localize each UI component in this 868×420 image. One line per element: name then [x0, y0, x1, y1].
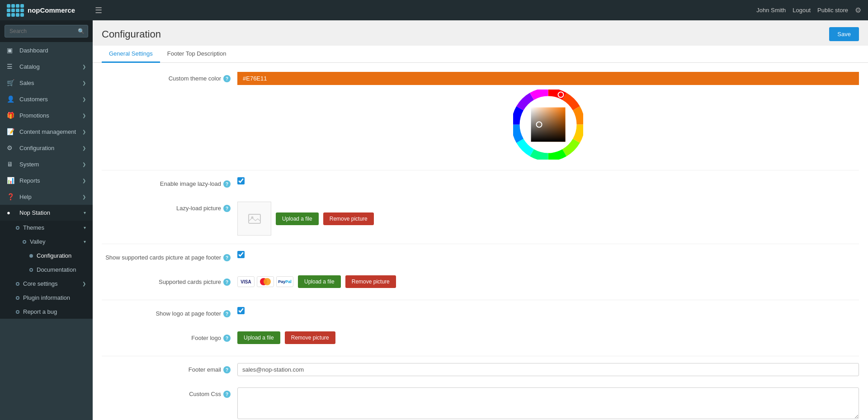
search-icon: 🔍 — [78, 28, 85, 34]
custom-css-textarea[interactable] — [237, 387, 859, 419]
remove-picture-button-lazy[interactable]: Remove picture — [323, 212, 374, 225]
page-header: Configuration Save — [93, 20, 868, 46]
sidebar-item-label: System — [19, 161, 39, 168]
color-input[interactable] — [237, 72, 859, 85]
dot-icon — [16, 226, 19, 230]
show-logo-footer-checkbox[interactable] — [237, 307, 245, 314]
logo-dot — [7, 9, 10, 12]
configuration-icon: ⚙ — [7, 144, 16, 151]
chevron-down-icon: ▾ — [84, 210, 86, 215]
supported-cards-picture-field: VISA PayPal Upload a file Remove picture — [237, 275, 859, 288]
sidebar-core-settings-label: Core settings — [23, 280, 58, 287]
help-icon-lazy-load-pic[interactable]: ? — [223, 205, 231, 212]
divider — [102, 300, 859, 300]
sidebar-item-label: Promotions — [19, 112, 49, 119]
remove-picture-button-cards[interactable]: Remove picture — [345, 275, 396, 288]
show-logo-footer-field — [237, 307, 859, 314]
footer-email-label: Footer email ? — [102, 363, 237, 373]
help-icon-footer-email[interactable]: ? — [223, 366, 231, 373]
custom-css-row: Custom Css ? — [102, 387, 859, 419]
upload-file-button-cards[interactable]: Upload a file — [298, 275, 341, 288]
tab-general-settings[interactable]: General Settings — [102, 46, 160, 63]
upload-file-button-footer-logo[interactable]: Upload a file — [237, 331, 280, 344]
custom-theme-color-field — [237, 72, 859, 162]
sidebar-item-themes[interactable]: Themes ▾ — [0, 221, 93, 235]
show-supported-cards-row: Show supported cards picture at page foo… — [102, 251, 859, 267]
help-icon-supported-cards[interactable]: ? — [223, 254, 231, 261]
sidebar-item-configuration[interactable]: ⚙ Configuration ❯ — [0, 140, 93, 156]
help-icon-logo-footer[interactable]: ? — [223, 310, 231, 317]
sidebar-item-help[interactable]: ❓ Help ❯ — [0, 189, 93, 205]
logo-dot — [20, 9, 24, 12]
logo-dot — [11, 9, 15, 12]
sidebar-item-report-bug[interactable]: Report a bug — [0, 305, 93, 319]
sidebar-item-configuration-sub[interactable]: Configuration — [0, 249, 93, 263]
footer-email-field — [237, 363, 859, 376]
supported-cards-picture-row: Supported cards picture ? VISA PayPal — [102, 275, 859, 292]
sidebar-item-reports[interactable]: 📊 Reports ❯ — [0, 172, 93, 189]
logo-dot — [16, 4, 19, 8]
logo-dot — [7, 4, 10, 8]
sidebar-item-label: Catalog — [19, 63, 40, 70]
promotions-icon: 🎁 — [7, 112, 16, 119]
remove-picture-button-footer-logo[interactable]: Remove picture — [285, 331, 335, 344]
help-icon-lazy-load[interactable]: ? — [223, 180, 231, 188]
page-title: Configuration — [102, 28, 161, 40]
sidebar-item-content-management[interactable]: 📝 Content management ❯ — [0, 123, 93, 140]
logo-dot — [16, 13, 19, 17]
hamburger-icon[interactable]: ☰ — [90, 3, 107, 18]
content-area: Configuration Save General Settings Foot… — [93, 20, 868, 420]
brand-name: nopCommerce — [28, 6, 75, 14]
sidebar-item-valley[interactable]: Valley ▾ — [0, 235, 93, 249]
sidebar-item-system[interactable]: 🖥 System ❯ — [0, 156, 93, 172]
sidebar-item-customers[interactable]: 👤 Customers ❯ — [0, 91, 93, 107]
show-logo-footer-row: Show logo at page footer ? — [102, 307, 859, 323]
divider — [102, 170, 859, 170]
sidebar-item-plugin-information[interactable]: Plugin information — [0, 291, 93, 305]
settings-icon[interactable]: ⚙ — [855, 6, 861, 14]
upload-file-button-lazy[interactable]: Upload a file — [276, 212, 319, 225]
help-icon-theme-color[interactable]: ? — [223, 75, 231, 82]
sidebar-item-core-settings[interactable]: Core settings ❯ — [0, 277, 93, 291]
sidebar-nop-station-label: Nop Station — [19, 209, 50, 216]
search-input[interactable] — [5, 25, 88, 38]
sidebar-item-label: Sales — [19, 80, 34, 86]
logout-link[interactable]: Logout — [793, 7, 811, 14]
sidebar-item-documentation[interactable]: Documentation — [0, 263, 93, 277]
help-icon-footer-logo[interactable]: ? — [223, 335, 231, 342]
help-icon-custom-css[interactable]: ? — [223, 391, 231, 398]
sidebar-configuration-sub-label: Configuration — [37, 252, 71, 259]
logo-dot — [11, 4, 15, 8]
custom-theme-color-row: Custom theme color ? — [102, 72, 859, 162]
logo-dot — [20, 13, 24, 17]
tab-footer-top-description[interactable]: Footer Top Description — [160, 46, 234, 63]
sidebar-item-label: Configuration — [19, 145, 54, 151]
help-icon-cards-pic[interactable]: ? — [223, 278, 231, 286]
chevron-right-icon: ❯ — [82, 64, 86, 69]
dot-icon — [16, 282, 19, 286]
save-button[interactable]: Save — [829, 27, 859, 41]
enable-lazy-load-field — [237, 177, 859, 184]
nop-station-icon: ● — [7, 209, 16, 216]
sidebar: 🔍 ▣ Dashboard ☰ Catalog ❯ 🛒 Sales ❯ 👤 Cu… — [0, 20, 93, 420]
sidebar-item-sales[interactable]: 🛒 Sales ❯ — [0, 75, 93, 91]
sidebar-item-nop-station[interactable]: ● Nop Station ▾ — [0, 205, 93, 221]
color-wheel[interactable] — [237, 90, 859, 160]
form-content: Custom theme color ? — [93, 63, 868, 420]
sidebar-item-label: Content management — [19, 128, 76, 135]
sidebar-item-dashboard[interactable]: ▣ Dashboard — [0, 42, 93, 58]
sidebar-item-catalog[interactable]: ☰ Catalog ❯ — [0, 58, 93, 75]
top-navbar: nopCommerce ☰ John Smith Logout Public s… — [0, 0, 868, 20]
catalog-icon: ☰ — [7, 63, 16, 70]
sidebar-documentation-label: Documentation — [37, 266, 76, 273]
public-store-link[interactable]: Public store — [817, 7, 848, 14]
enable-lazy-load-checkbox[interactable] — [237, 177, 245, 184]
chevron-right-icon: ❯ — [82, 194, 86, 199]
sidebar-item-label: Reports — [19, 177, 40, 184]
sidebar-item-promotions[interactable]: 🎁 Promotions ❯ — [0, 107, 93, 123]
show-supported-cards-checkbox[interactable] — [237, 251, 245, 258]
footer-email-row: Footer email ? — [102, 363, 859, 379]
enable-lazy-load-label: Enable image lazy-load ? — [102, 177, 237, 188]
footer-email-input[interactable] — [237, 363, 859, 376]
custom-css-label: Custom Css ? — [102, 387, 237, 398]
